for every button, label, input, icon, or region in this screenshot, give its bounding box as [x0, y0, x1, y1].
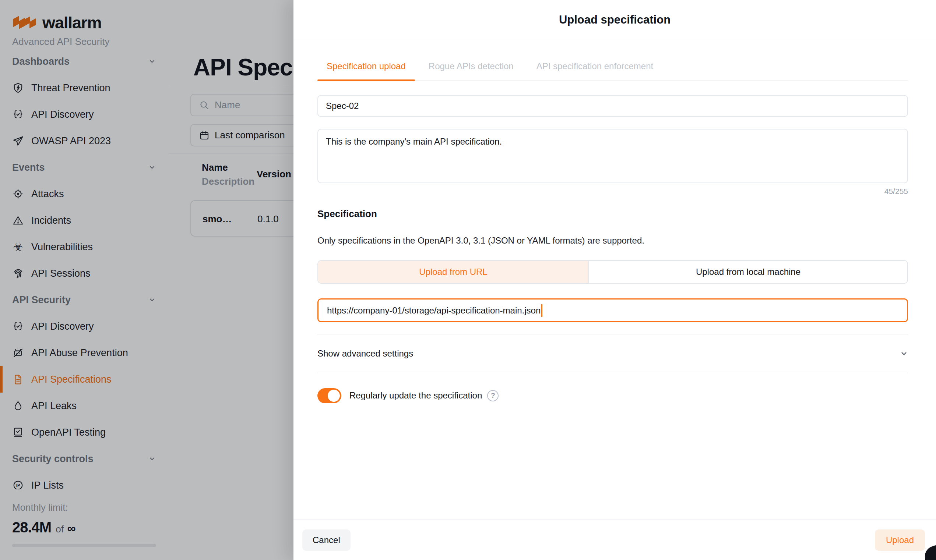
spec-url-value: https://company-01/storage/api-specifica… — [327, 305, 541, 316]
char-counter: 45/255 — [318, 187, 908, 196]
text-caret — [541, 304, 542, 317]
upload-specification-drawer: Upload specification Specification uploa… — [293, 0, 936, 560]
spec-url-input[interactable]: https://company-01/storage/api-specifica… — [318, 298, 908, 322]
help-question-icon[interactable]: ? — [487, 390, 498, 402]
tab-api-specification-enforcement[interactable]: API specification enforcement — [527, 61, 663, 80]
tab-specification-upload[interactable]: Specification upload — [318, 61, 415, 80]
tab-rogue-apis-detection[interactable]: Rogue APIs detection — [419, 61, 523, 80]
cancel-button[interactable]: Cancel — [302, 529, 350, 551]
chevron-down-icon — [900, 349, 908, 358]
specification-hint: Only specifications in the OpenAPI 3.0, … — [318, 235, 645, 246]
auto-update-toggle[interactable] — [318, 388, 341, 403]
drawer-footer: Cancel Upload — [293, 520, 936, 560]
upload-from-local-machine-option[interactable]: Upload from local machine — [589, 261, 907, 283]
drawer-title: Upload specification — [559, 13, 671, 26]
upload-button[interactable]: Upload — [875, 529, 925, 551]
upload-from-url-option[interactable]: Upload from URL — [318, 261, 589, 283]
spec-description-textarea[interactable]: This is the company's main API specifica… — [318, 129, 908, 183]
drawer-header: Upload specification — [293, 0, 936, 40]
drawer-tabs: Specification upload Rogue APIs detectio… — [318, 55, 908, 81]
auto-update-label: Regularly update the specification — [349, 391, 482, 401]
show-advanced-settings-row[interactable]: Show advanced settings — [318, 334, 908, 373]
upload-source-switch: Upload from URL Upload from local machin… — [318, 260, 908, 284]
spec-name-input[interactable] — [318, 95, 908, 117]
auto-update-row: Regularly update the specification ? — [318, 383, 498, 408]
specification-section-heading: Specification — [318, 208, 377, 220]
mouse-cursor — [921, 543, 936, 560]
toggle-knob — [328, 390, 340, 402]
show-advanced-settings-label: Show advanced settings — [318, 348, 413, 359]
